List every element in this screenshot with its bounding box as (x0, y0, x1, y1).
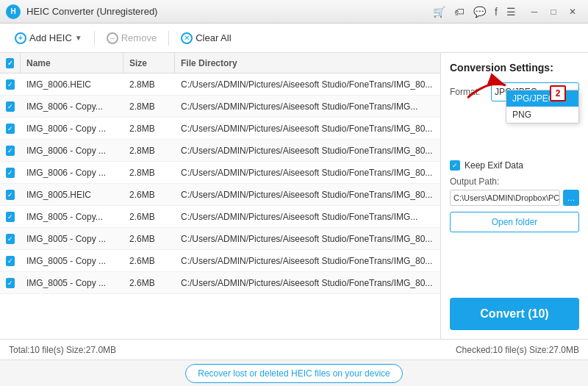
app-logo: H (6, 4, 21, 19)
output-path-row: C:\Users\ADMIN\Dropbox\PC\... … (450, 190, 579, 206)
main-layout: ✓ Name Size File Directory ✓ IMG_8006.HE… (0, 53, 588, 339)
row-path: C:/Users/ADMIN/Pictures/Aiseesoft Studio… (175, 256, 440, 266)
row-name: IMG_8005 - Copy... (21, 212, 123, 222)
row-name: IMG_8005 - Copy ... (21, 234, 123, 244)
row-size: 2.6MB (123, 278, 175, 288)
keep-exif-checkbox[interactable]: ✓ (450, 160, 460, 171)
row-checkbox-cell: ✓ (0, 124, 21, 134)
option-jpg[interactable]: JPG/JPEG (506, 90, 578, 107)
keep-exif-label: Keep Exif Data (465, 160, 523, 171)
row-size: 2.6MB (123, 212, 175, 222)
fb-icon[interactable]: f (495, 6, 498, 18)
minus-icon: − (107, 32, 118, 44)
row-checkbox-cell: ✓ (0, 278, 21, 288)
format-label: Format: (450, 87, 487, 97)
menu-icon[interactable]: ☰ (506, 6, 516, 18)
row-size: 2.8MB (123, 124, 175, 134)
browse-button[interactable]: … (563, 190, 579, 206)
option-png[interactable]: PNG (506, 107, 578, 123)
row-checkbox[interactable]: ✓ (6, 79, 15, 90)
table-row[interactable]: ✓ IMG_8006.HEIC 2.8MB C:/Users/ADMIN/Pic… (0, 74, 440, 96)
format-dropdown-menu: JPG/JPEG PNG (506, 90, 579, 124)
file-list-container: ✓ Name Size File Directory ✓ IMG_8006.HE… (0, 53, 441, 339)
keep-exif-row: ✓ Keep Exif Data (450, 160, 579, 171)
add-heic-button[interactable]: + Add HEIC ▼ (9, 29, 88, 47)
row-checkbox[interactable]: ✓ (6, 168, 15, 178)
row-checkbox-cell: ✓ (0, 234, 21, 244)
row-checkbox[interactable]: ✓ (6, 278, 15, 288)
row-name: IMG_8005 - Copy ... (21, 278, 123, 288)
row-size: 2.6MB (123, 256, 175, 266)
row-path: C:/Users/ADMIN/Pictures/Aiseesoft Studio… (175, 101, 440, 112)
table-row[interactable]: ✓ IMG_8006 - Copy ... 2.8MB C:/Users/ADM… (0, 162, 440, 184)
col-check: ✓ (0, 53, 21, 73)
cart-icon[interactable]: 🛒 (433, 6, 445, 18)
row-checkbox-cell: ✓ (0, 146, 21, 156)
row-name: IMG_8006 - Copy ... (21, 124, 123, 134)
row-size: 2.6MB (123, 234, 175, 244)
remove-button[interactable]: − Remove (101, 29, 162, 47)
tag-icon[interactable]: 🏷 (454, 6, 465, 18)
status-left: Total:10 file(s) Size:27.0MB (9, 345, 456, 355)
x-icon: ✕ (181, 32, 193, 44)
row-path: C:/Users/ADMIN/Pictures/Aiseesoft Studio… (175, 234, 440, 244)
app-title: HEIC Converter (Unregistered) (26, 6, 433, 17)
row-checkbox[interactable]: ✓ (6, 146, 15, 156)
status-right: Checked:10 file(s) Size:27.0MB (456, 345, 579, 355)
row-checkbox-cell: ✓ (0, 101, 21, 112)
chat-icon[interactable]: 💬 (473, 6, 486, 18)
row-name: IMG_8006 - Copy ... (21, 146, 123, 156)
bottom-bar: Recover lost or deleted HEIC files on yo… (0, 360, 588, 386)
table-row[interactable]: ✓ IMG_8005 - Copy ... 2.6MB C:/Users/ADM… (0, 272, 440, 294)
row-name: IMG_8005.HEIC (21, 190, 123, 200)
recover-button[interactable]: Recover lost or deleted HEIC files on yo… (185, 364, 402, 383)
table-row[interactable]: ✓ IMG_8006 - Copy ... 2.8MB C:/Users/ADM… (0, 118, 440, 140)
status-bar: Total:10 file(s) Size:27.0MB Checked:10 … (0, 339, 588, 360)
col-name: Name (21, 53, 123, 73)
row-checkbox[interactable]: ✓ (6, 212, 15, 222)
title-bar-icons: 🛒 🏷 💬 f ☰ (433, 6, 516, 18)
convert-button[interactable]: Convert (10) (450, 298, 579, 330)
row-checkbox[interactable]: ✓ (6, 234, 15, 244)
row-path: C:/Users/ADMIN/Pictures/Aiseesoft Studio… (175, 278, 440, 288)
row-size: 2.8MB (123, 101, 175, 112)
open-folder-button[interactable]: Open folder (450, 212, 579, 232)
row-path: C:/Users/ADMIN/Pictures/Aiseesoft Studio… (175, 146, 440, 156)
row-checkbox-cell: ✓ (0, 168, 21, 178)
row-checkbox[interactable]: ✓ (6, 190, 15, 200)
output-path-label: Output Path: (450, 176, 579, 187)
table-body: ✓ IMG_8006.HEIC 2.8MB C:/Users/ADMIN/Pic… (0, 74, 440, 339)
row-path: C:/Users/ADMIN/Pictures/Aiseesoft Studio… (175, 79, 440, 90)
table-row[interactable]: ✓ IMG_8005 - Copy ... 2.6MB C:/Users/ADM… (0, 250, 440, 272)
maximize-button[interactable]: □ (544, 2, 563, 21)
table-row[interactable]: ✓ IMG_8006 - Copy... 2.8MB C:/Users/ADMI… (0, 96, 440, 118)
add-icon: + (15, 32, 26, 44)
row-name: IMG_8005 - Copy ... (21, 256, 123, 266)
row-path: C:/Users/ADMIN/Pictures/Aiseesoft Studio… (175, 190, 440, 200)
header-checkbox[interactable]: ✓ (6, 58, 14, 68)
row-name: IMG_8006 - Copy ... (21, 168, 123, 178)
right-panel: Conversion Settings: Format: JPG/JPEG ▼ … (441, 53, 588, 339)
close-button[interactable]: ✕ (563, 2, 582, 21)
separator (94, 31, 95, 46)
row-checkbox[interactable]: ✓ (6, 101, 15, 112)
toolbar: + Add HEIC ▼ − Remove ✕ Clear All (0, 24, 588, 53)
table-header: ✓ Name Size File Directory (0, 53, 440, 74)
clear-all-button[interactable]: ✕ Clear All (175, 29, 237, 47)
row-path: C:/Users/ADMIN/Pictures/Aiseesoft Studio… (175, 168, 440, 178)
minimize-button[interactable]: ─ (525, 2, 544, 21)
col-size: Size (123, 53, 175, 73)
row-checkbox[interactable]: ✓ (6, 124, 15, 134)
table-row[interactable]: ✓ IMG_8005 - Copy ... 2.6MB C:/Users/ADM… (0, 228, 440, 250)
table-row[interactable]: ✓ IMG_8005.HEIC 2.6MB C:/Users/ADMIN/Pic… (0, 184, 440, 206)
row-size: 2.6MB (123, 190, 175, 200)
title-bar: H HEIC Converter (Unregistered) 🛒 🏷 💬 f … (0, 0, 588, 24)
row-checkbox-cell: ✓ (0, 190, 21, 200)
window-controls: ─ □ ✕ (525, 2, 582, 21)
table-row[interactable]: ✓ IMG_8006 - Copy ... 2.8MB C:/Users/ADM… (0, 140, 440, 162)
annotation-badge: 2 (550, 85, 566, 101)
table-row[interactable]: ✓ IMG_8005 - Copy... 2.6MB C:/Users/ADMI… (0, 206, 440, 228)
panel-title: Conversion Settings: (450, 62, 579, 74)
col-directory: File Directory (175, 53, 440, 73)
row-checkbox[interactable]: ✓ (6, 256, 15, 266)
